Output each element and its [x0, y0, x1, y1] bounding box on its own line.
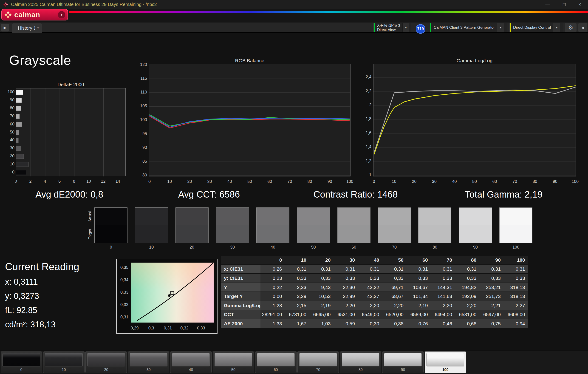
cie-chromaticity-plot — [131, 263, 214, 322]
pattern-swatch-70[interactable]: 70 — [297, 352, 339, 373]
meter-count-badge[interactable]: 719 — [416, 24, 425, 34]
pattern-swatch-20[interactable]: 20 — [85, 352, 127, 373]
deltae-x-tick: 8 — [73, 179, 75, 183]
gamma-y-tick: 1,2 — [360, 159, 371, 163]
swatch-row-target-label: Target — [88, 224, 92, 245]
deltae-x-tick: 6 — [58, 179, 61, 183]
pattern-swatch-30[interactable]: 30 — [128, 352, 169, 373]
deltae-y-tick: 20 — [4, 154, 14, 158]
pattern-generator-dropdown[interactable]: CalMAN Client 3 Pattern Generator ▼ — [430, 23, 507, 32]
title-bar: Calman 2025 Calman Ultimate for Business… — [0, 0, 588, 9]
display-control-dropdown[interactable]: Direct Display Control ▼ — [509, 23, 563, 32]
pattern-swatch-label: 10 — [43, 368, 84, 372]
grayscale-swatch — [337, 207, 370, 243]
table-cell: 192,09 — [455, 292, 479, 301]
pattern-swatch-label: 30 — [128, 368, 169, 372]
gamma-plot — [373, 64, 576, 176]
swatch-target — [419, 225, 451, 243]
deltae-x-tick: 10 — [86, 179, 91, 183]
meter-name: X-Rite i1Pro 3 — [377, 23, 400, 28]
gamma-x-tick: 60 — [493, 179, 497, 184]
gamma-x-tick: 10 — [392, 179, 397, 184]
pattern-swatch-10[interactable]: 10 — [43, 352, 84, 373]
pattern-swatch-label: 70 — [298, 368, 338, 372]
tab-bar: ▶ History 1 + X-Rite i1Pro 3 Direct View… — [0, 22, 588, 33]
calman-diamond-icon — [3, 2, 8, 7]
rgb-y-tick: 80 — [136, 173, 147, 177]
table-cell: 0,33 — [309, 274, 334, 283]
deltae-y-tick: 40 — [4, 138, 14, 142]
swatch-actual — [135, 208, 168, 225]
pattern-swatch-90[interactable]: 90 — [382, 352, 424, 373]
pattern-swatch-color — [299, 353, 337, 366]
gamma-y-tick: 2,2 — [360, 89, 371, 93]
table-cell: 6608,00 — [504, 310, 528, 319]
table-cell: 22,30 — [333, 283, 358, 292]
rgb-x-tick: 50 — [247, 179, 252, 184]
table-cell: 2,20 — [333, 301, 358, 310]
grayscale-swatch — [94, 207, 127, 243]
table-cell: 0,31 — [333, 265, 358, 274]
swatch-level-label: 60 — [352, 245, 356, 249]
table-cell: 1,33 — [261, 319, 285, 328]
pattern-swatch-0[interactable]: 0 — [1, 352, 42, 373]
table-cell: 0,33 — [382, 274, 406, 283]
swatch-actual — [338, 208, 370, 225]
stat-contrast-ratio: Contrast Ratio: 1468 — [314, 189, 398, 200]
maximize-button[interactable]: □ — [563, 2, 566, 7]
pattern-swatch-40[interactable]: 40 — [170, 352, 211, 373]
swatch-target — [338, 225, 370, 243]
pattern-swatch-50[interactable]: 50 — [213, 352, 254, 373]
close-button[interactable]: × — [578, 2, 581, 7]
swatch-level-label: 80 — [432, 245, 437, 249]
chevron-down-icon[interactable]: ▼ — [497, 23, 504, 32]
table-cell: 0,33 — [479, 274, 504, 283]
pattern-swatch-label: 20 — [86, 368, 126, 372]
display-control-name: Direct Display Control — [513, 25, 551, 30]
panel-expand-button[interactable]: ▶ — [1, 24, 9, 32]
table-cell: 0,75 — [479, 319, 504, 328]
swatch-target — [216, 225, 249, 243]
minimize-button[interactable]: — — [545, 2, 550, 7]
table-cell: 0,31 — [382, 265, 406, 274]
rgb-x-tick: 10 — [167, 179, 172, 184]
add-tab-button[interactable]: + — [35, 25, 41, 31]
pattern-swatch-color — [45, 353, 83, 366]
table-cell: 2,19 — [406, 301, 431, 310]
cie-target-marker — [171, 291, 174, 295]
meter-dropdown[interactable]: X-Rite i1Pro 3 Direct View ▼ — [373, 23, 411, 32]
gamma-y-tick: 2 — [360, 103, 371, 107]
table-column-header: 60 — [406, 256, 431, 264]
table-cell: 0,94 — [504, 319, 528, 328]
calman-menu-button[interactable]: calman ▼ — [1, 9, 68, 21]
grayscale-data-table: 0102030405060708090100x: CIE310,260,310,… — [221, 256, 528, 328]
table-cell: 0,31 — [479, 265, 504, 274]
pattern-swatch-60[interactable]: 60 — [255, 352, 296, 373]
bottom-bar: ▲ ■ ▶ ▦ ∞ ↻ ● « Back Next » » 0102030405… — [0, 351, 588, 374]
meter-dropdown-text: X-Rite i1Pro 3 Direct View — [375, 23, 402, 32]
cie-measured-point — [168, 294, 170, 297]
chevron-down-icon[interactable]: ▼ — [402, 23, 409, 32]
pattern-swatch-80[interactable]: 80 — [340, 352, 381, 373]
swatch-level-label: 70 — [392, 245, 397, 249]
table-cell: 0,31 — [285, 265, 309, 274]
rgb-plot — [149, 64, 350, 176]
swatch-target — [176, 225, 208, 243]
panel-collapse-button[interactable]: ◀ — [578, 23, 587, 32]
chevron-down-icon[interactable]: ▼ — [553, 23, 560, 32]
plus-icon: + — [37, 25, 40, 31]
current-reading-y: y: 0,3273 — [5, 291, 39, 301]
calman-menu-chevron-icon[interactable]: ▼ — [58, 11, 65, 18]
cie-x-tick: 0,32 — [180, 326, 188, 330]
calman-app: Calman 2025 Calman Ultimate for Business… — [0, 0, 588, 374]
rgb-y-tick: 115 — [136, 76, 147, 81]
gamma-x-tick: 70 — [513, 179, 517, 184]
table-row-label: Y — [221, 283, 261, 292]
table-row-label: x: CIE31 — [221, 265, 261, 274]
table-cell: 0,33 — [431, 274, 455, 283]
table-cell: 0,46 — [431, 319, 455, 328]
table-cell: 0,38 — [382, 319, 406, 328]
pattern-swatch-100[interactable]: 100 — [425, 352, 466, 373]
settings-gear-button[interactable]: ⚙ — [565, 23, 577, 32]
pattern-swatch-label: 60 — [255, 368, 296, 372]
